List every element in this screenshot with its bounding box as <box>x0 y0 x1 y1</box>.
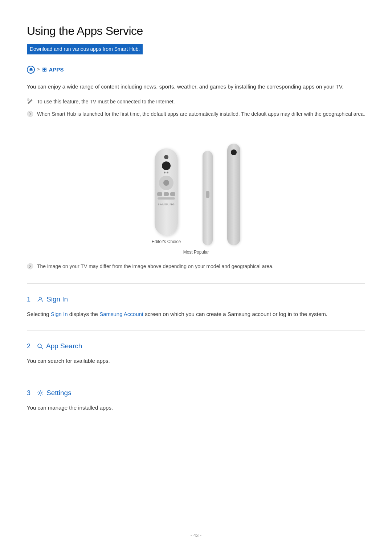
svg-point-6 <box>39 392 41 394</box>
section-app-search: 2 App Search You can search for availabl… <box>27 341 365 365</box>
remote-bar <box>158 197 175 200</box>
notes-list: To use this feature, the TV must be conn… <box>27 98 365 118</box>
section-2-number: 2 <box>27 341 34 352</box>
intro-text: You can enjoy a wide range of content in… <box>27 82 365 91</box>
gear-icon <box>37 390 44 396</box>
pencil-icon-2 <box>27 111 33 117</box>
nav-chevron: > <box>37 66 40 73</box>
remote-dpad <box>159 176 173 190</box>
home-icon <box>27 66 35 74</box>
divider-2 <box>27 330 365 331</box>
note-text-1: To use this feature, the TV must be conn… <box>37 98 175 106</box>
section-sign-in: 1 Sign In Selecting Sign In displays the… <box>27 294 365 319</box>
most-popular-label: Most Popular <box>167 249 225 256</box>
section-1-link2: Samsung Account <box>99 311 143 317</box>
image-note: The image on your TV may differ from the… <box>27 262 365 270</box>
editors-choice-label: Editor's Choice <box>152 238 181 245</box>
section-3-number: 3 <box>27 388 34 398</box>
dot-2 <box>167 172 168 173</box>
remote-btn-1 <box>157 192 162 196</box>
remote-btn-2 <box>164 192 169 196</box>
remote-slim <box>203 151 213 245</box>
page-container: Using the Apps Service Download and run … <box>0 0 392 554</box>
section-1-body: Selecting Sign In displays the Samsung A… <box>27 309 365 319</box>
nav-path: > ⊞ APPS <box>27 65 365 74</box>
remote-tall-wrapper <box>213 144 240 245</box>
svg-point-4 <box>38 344 41 348</box>
svg-point-1 <box>27 111 33 117</box>
remote-smart-wrapper: SAMSUNG Editor's Choice <box>152 148 181 245</box>
section-2-title: App Search <box>46 341 82 352</box>
remote-labels-row: Most Popular <box>27 249 365 256</box>
svg-line-5 <box>41 347 43 349</box>
search-icon <box>37 343 43 349</box>
remote-tall <box>227 144 240 245</box>
remote-brand: SAMSUNG <box>158 202 175 207</box>
section-3-title: Settings <box>46 387 72 398</box>
dot-1 <box>164 172 166 173</box>
remote-smart: SAMSUNG <box>155 148 178 235</box>
section-1-title: Sign In <box>46 294 68 305</box>
remote-bottom-btns <box>157 192 175 196</box>
section-1-body-suffix: screen on which you can create a Samsung… <box>143 311 327 317</box>
section-1-header: 1 Sign In <box>27 294 365 305</box>
page-title: Using the Apps Service <box>27 22 365 40</box>
slim-button <box>206 191 209 198</box>
section-1-link1: Sign In <box>51 311 68 317</box>
image-note-text: The image on your TV may differ from the… <box>37 262 274 270</box>
note-item-1: To use this feature, the TV must be conn… <box>27 98 365 106</box>
divider-3 <box>27 377 365 377</box>
section-1-number: 1 <box>27 294 34 305</box>
tall-top-btn <box>231 149 237 155</box>
note-item-2: When Smart Hub is launched for the first… <box>27 110 365 118</box>
page-footer: - 43 - <box>0 532 392 539</box>
remote-mic <box>164 155 168 159</box>
section-1-body-prefix: Selecting <box>27 311 51 317</box>
remote-dpad-center <box>163 180 169 186</box>
remote-btn-3 <box>170 192 175 196</box>
remote-dots <box>164 172 168 173</box>
section-2-body: You can search for available apps. <box>27 356 365 366</box>
apps-nav-icon: ⊞ <box>42 65 47 74</box>
svg-point-2 <box>27 263 33 269</box>
person-icon <box>37 296 44 303</box>
section-2-header: 2 App Search <box>27 341 365 352</box>
subtitle-bar: Download and run various apps from Smart… <box>27 44 143 54</box>
pencil-icon-image-note <box>27 263 33 270</box>
note-text-2: When Smart Hub is launched for the first… <box>37 110 365 118</box>
apps-nav-label: APPS <box>49 65 64 74</box>
section-3-body: You can manage the installed apps. <box>27 403 365 413</box>
remote-slim-wrapper <box>181 151 213 245</box>
section-3-header: 3 Settings <box>27 387 365 398</box>
section-settings: 3 Settings You can manage the installed … <box>27 387 365 412</box>
remote-voice-btn <box>162 161 171 170</box>
remotes-image-area: SAMSUNG Editor's Choice <box>27 129 365 245</box>
pencil-icon-1 <box>27 98 33 105</box>
divider-1 <box>27 283 365 284</box>
section-1-body-middle: displays the <box>68 311 100 317</box>
